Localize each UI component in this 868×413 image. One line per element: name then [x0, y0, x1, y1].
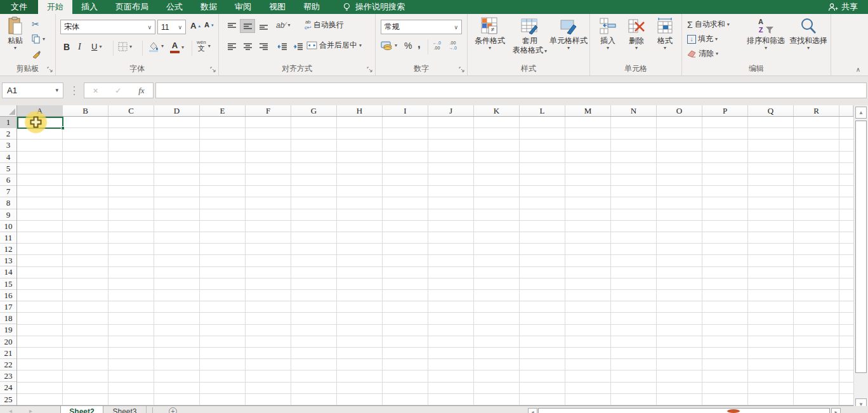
column-header-K[interactable]: K — [474, 105, 520, 116]
row-header-11[interactable]: 11 — [0, 232, 16, 244]
menu-tab-插入[interactable]: 插入 — [72, 0, 107, 14]
font-name-combo[interactable]: 宋体 ∨ — [60, 20, 155, 34]
menu-tab-公式[interactable]: 公式 — [157, 0, 192, 14]
number-dialog-launcher[interactable] — [459, 67, 465, 73]
decrease-decimal-button[interactable]: .00→.0 — [449, 41, 457, 50]
alignment-dialog-launcher[interactable] — [367, 67, 373, 73]
decrease-font-size-button[interactable]: A — [204, 22, 213, 29]
merge-center-button[interactable]: 合并后居中 ▾ — [306, 40, 362, 51]
top-align-button[interactable] — [224, 19, 239, 33]
clipboard-dialog-launcher[interactable] — [47, 67, 53, 73]
menu-tab-数据[interactable]: 数据 — [192, 0, 226, 14]
sheet-nav-right-icon[interactable]: ▸ — [29, 407, 32, 413]
row-header-4[interactable]: 4 — [0, 152, 16, 163]
row-header-8[interactable]: 8 — [0, 197, 16, 209]
column-header-M[interactable]: M — [565, 105, 611, 116]
delete-cells-button[interactable]: 删除 ▾ — [624, 16, 648, 51]
menu-tab-帮助[interactable]: 帮助 — [294, 0, 329, 14]
number-format-combo[interactable]: 常规 ∨ — [381, 20, 462, 34]
vertical-scrollbar[interactable]: ▲ ▼ — [853, 105, 868, 413]
share-button[interactable]: 共享 — [827, 0, 868, 14]
new-sheet-button[interactable]: + — [169, 407, 177, 413]
middle-align-button[interactable] — [240, 19, 255, 33]
accounting-dropdown-arrow-icon[interactable]: ▾ — [395, 43, 397, 48]
conditional-formatting-button[interactable]: ≠ 条件格式 ▾ — [470, 16, 510, 51]
insert-dropdown-arrow-icon[interactable]: ▾ — [607, 46, 609, 51]
row-header-23[interactable]: 23 — [0, 370, 16, 382]
row-header-12[interactable]: 12 — [0, 244, 16, 255]
insert-function-icon[interactable]: fx — [138, 86, 144, 96]
align-center-button[interactable] — [240, 39, 255, 53]
sheet-nav-left-icon[interactable]: ◂ — [9, 407, 12, 413]
column-header-D[interactable]: D — [154, 105, 200, 116]
italic-button[interactable]: I — [78, 42, 81, 52]
percent-style-button[interactable]: % — [404, 41, 412, 51]
fill-button[interactable]: ↓ 填充 ▾ — [687, 34, 718, 44]
vertical-scroll-thumb[interactable] — [855, 121, 867, 373]
sheet-tab-Sheet3[interactable]: Sheet3 — [103, 406, 147, 413]
column-header-H[interactable]: H — [337, 105, 383, 116]
fill-color-dropdown-arrow-icon[interactable]: ▾ — [161, 44, 164, 49]
bottom-align-button[interactable] — [256, 19, 271, 33]
sheet-tab-Sheet2[interactable]: Sheet2 — [60, 406, 103, 413]
borders-dropdown-arrow-icon[interactable]: ▾ — [129, 44, 132, 49]
font-size-combo[interactable]: 11 ∨ — [157, 20, 186, 34]
menu-tab-开始[interactable]: 开始 — [38, 0, 72, 14]
format-as-table-button[interactable]: 套用 表格格式 ▾ — [511, 16, 549, 55]
name-box[interactable]: A1 ▾ — [2, 82, 63, 98]
autosum-button[interactable]: Σ 自动求和 ▾ — [687, 19, 730, 30]
cell-styles-button[interactable]: 单元格样式 ▾ — [549, 16, 588, 51]
accounting-format-button[interactable]: ▾ — [381, 41, 397, 51]
column-header-O[interactable]: O — [657, 105, 702, 116]
formula-input[interactable] — [155, 82, 867, 98]
collapse-ribbon-button[interactable]: ∧ — [856, 66, 860, 73]
font-color-button[interactable]: A ▾ — [170, 41, 184, 53]
align-left-button[interactable] — [224, 39, 239, 53]
format-painter-button[interactable] — [32, 49, 41, 59]
scroll-up-arrow-icon[interactable]: ▲ — [855, 107, 867, 119]
decrease-indent-button[interactable] — [275, 39, 290, 53]
row-header-13[interactable]: 13 — [0, 255, 16, 266]
phonetic-guide-button[interactable]: wén 文 ▾ — [197, 40, 211, 52]
hscroll-left-arrow-icon[interactable]: ◂ — [528, 408, 537, 413]
align-right-button[interactable] — [256, 39, 271, 53]
phonetic-dropdown-arrow-icon[interactable]: ▾ — [208, 44, 211, 49]
row-header-7[interactable]: 7 — [0, 186, 16, 197]
fill-color-button[interactable]: ▾ — [148, 41, 164, 52]
find-select-dropdown-arrow-icon[interactable]: ▾ — [807, 46, 810, 51]
row-header-5[interactable]: 5 — [0, 163, 16, 174]
borders-button[interactable]: ▾ — [118, 42, 132, 51]
cell-styles-dropdown-arrow-icon[interactable]: ▾ — [567, 46, 570, 51]
menu-tab-文件[interactable]: 文件 — [0, 0, 38, 14]
row-header-25[interactable]: 25 — [0, 394, 16, 405]
row-header-16[interactable]: 16 — [0, 290, 16, 301]
paste-dropdown-arrow-icon[interactable]: ▾ — [14, 46, 16, 51]
row-header-17[interactable]: 17 — [0, 301, 16, 313]
merge-dropdown-arrow-icon[interactable]: ▾ — [359, 43, 362, 48]
row-header-21[interactable]: 21 — [0, 348, 16, 359]
copy-button[interactable]: ▾ — [32, 34, 45, 44]
column-header-G[interactable]: G — [291, 105, 337, 116]
format-as-table-dropdown-arrow-icon[interactable]: ▾ — [543, 48, 547, 54]
cells-area[interactable] — [17, 117, 853, 405]
column-header-R[interactable]: R — [794, 105, 839, 116]
fill-dropdown-arrow-icon[interactable]: ▾ — [715, 37, 718, 42]
increase-decimal-button[interactable]: ←.0.00 — [433, 41, 441, 50]
hscroll-right-arrow-icon[interactable]: ▸ — [831, 408, 841, 413]
increase-font-size-button[interactable]: A — [190, 22, 201, 30]
font-color-dropdown-arrow-icon[interactable]: ▾ — [181, 45, 184, 50]
orientation-button[interactable]: ab⁄ ▾ — [276, 21, 290, 30]
row-header-10[interactable]: 10 — [0, 221, 16, 232]
increase-indent-button[interactable] — [291, 39, 306, 53]
enter-check-icon[interactable]: ✓ — [115, 86, 121, 95]
insert-cells-button[interactable]: 插入 ▾ — [595, 16, 621, 51]
select-all-corner[interactable] — [0, 105, 17, 117]
column-header-B[interactable]: B — [63, 105, 109, 116]
row-header-24[interactable]: 24 — [0, 382, 16, 393]
format-dropdown-arrow-icon[interactable]: ▾ — [664, 46, 666, 51]
name-box-dropdown-arrow-icon[interactable]: ▾ — [55, 88, 58, 93]
sort-filter-dropdown-arrow-icon[interactable]: ▾ — [765, 46, 767, 51]
row-header-15[interactable]: 15 — [0, 279, 16, 290]
copy-dropdown-arrow-icon[interactable]: ▾ — [43, 37, 45, 42]
row-header-14[interactable]: 14 — [0, 266, 16, 278]
